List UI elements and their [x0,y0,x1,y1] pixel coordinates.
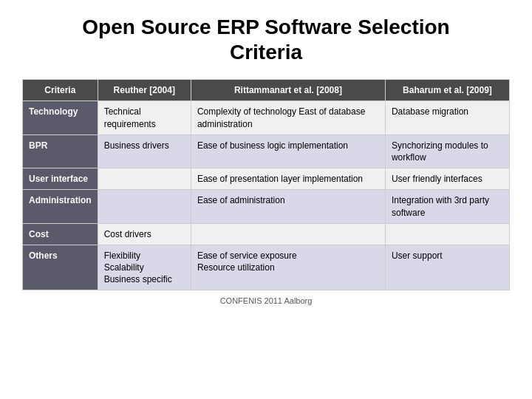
page-title: Open Source ERP Software Selection Crite… [22,15,510,64]
table-row: TechnologyTechnical requirementsComplexi… [23,101,510,134]
cell-reuther: Technical requirements [98,101,191,134]
cell-baharum [385,223,509,245]
cell-reuther: FlexibilityScalabilityBusiness specific [98,245,191,290]
cell-criteria: Administration [23,190,98,223]
cell-baharum: Integration with 3rd party software [385,190,509,223]
cell-criteria: Others [23,245,98,290]
cell-rittammanart [191,223,385,245]
cell-reuther [98,190,191,223]
col-header-criteria: Criteria [23,80,98,101]
cell-rittammanart: Ease of business logic implementation [191,134,385,168]
table-row: AdministrationEase of administrationInte… [23,190,510,223]
col-header-baharum: Baharum et al. [2009] [385,80,509,101]
cell-rittammanart: Ease of presentation layer implementatio… [191,168,385,190]
footer-text: CONFENIS 2011 Aalborg [22,296,510,305]
cell-rittammanart: Ease of administration [191,190,385,223]
cell-criteria: Cost [23,223,98,245]
cell-baharum: Database migration [385,101,509,134]
table-row: CostCost drivers [23,223,510,245]
cell-baharum: Synchorizing modules to workflow [385,134,509,168]
table-header-row: Criteria Reuther [2004] Rittammanart et … [23,80,510,101]
table-row: OthersFlexibilityScalabilityBusiness spe… [23,245,510,290]
cell-reuther: Cost drivers [98,223,191,245]
cell-rittammanart: Complexity of technology East of databas… [191,101,385,134]
cell-baharum: User support [385,245,509,290]
cell-criteria: BPR [23,134,98,168]
cell-reuther [98,168,191,190]
cell-criteria: User interface [23,168,98,190]
cell-rittammanart: Ease of service exposureResource utiliza… [191,245,385,290]
cell-baharum: User friendly interfaces [385,168,509,190]
cell-reuther: Business drivers [98,134,191,168]
table-row: BPRBusiness driversEase of business logi… [23,134,510,168]
col-header-rittammanart: Rittammanart et al. [2008] [191,80,385,101]
col-header-reuther: Reuther [2004] [98,80,191,101]
cell-criteria: Technology [23,101,98,134]
table-row: User interfaceEase of presentation layer… [23,168,510,190]
criteria-table: Criteria Reuther [2004] Rittammanart et … [22,79,510,290]
